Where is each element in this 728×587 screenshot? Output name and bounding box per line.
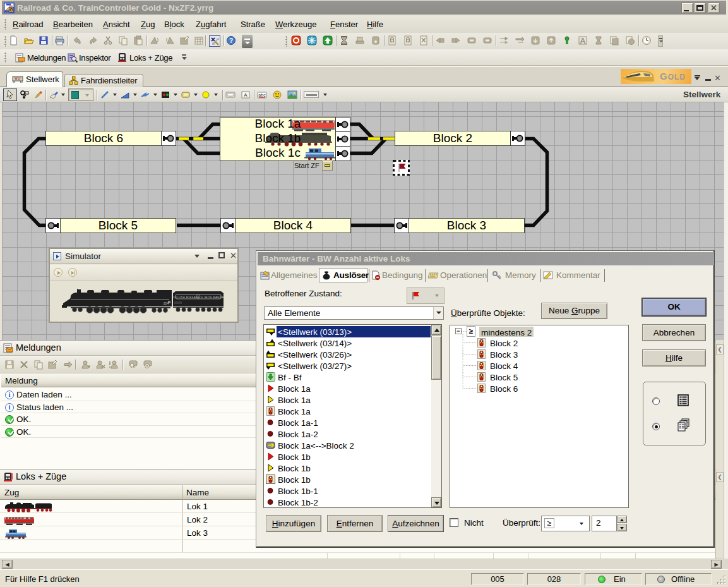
- svg-text:?: ?: [229, 37, 233, 44]
- svg-text:A: A: [244, 92, 248, 98]
- svg-text:224: 224: [164, 301, 169, 305]
- svg-text:DULUTH MISSABE & IRON RANGE: DULUTH MISSABE & IRON RANGE: [172, 296, 224, 299]
- svg-text:abc: abc: [258, 93, 266, 97]
- svg-text:G: G: [9, 8, 13, 12]
